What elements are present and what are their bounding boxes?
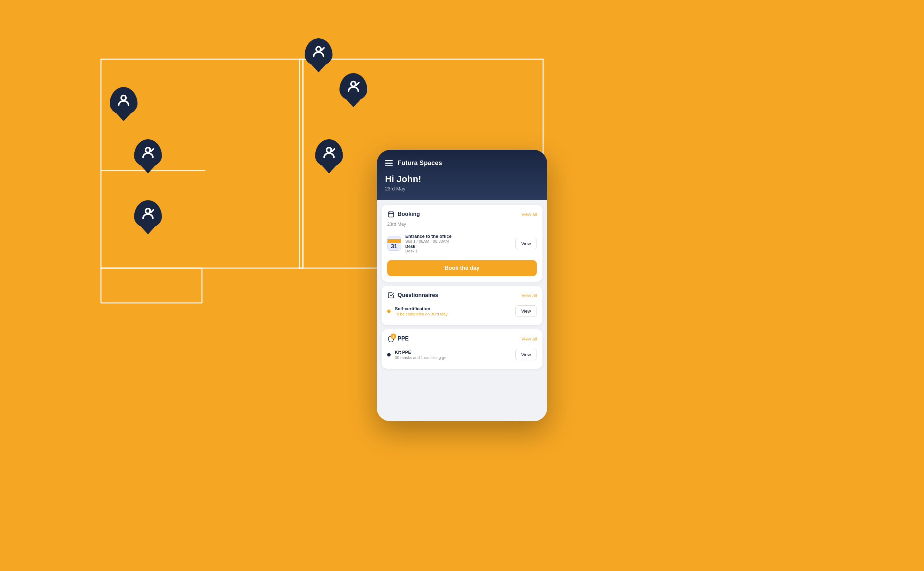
booking-title: Entrance to the office (405, 234, 511, 239)
booking-date: 23rd May (387, 221, 537, 227)
phone-body: Booking View all 23rd May 31 Entrance to… (377, 200, 547, 421)
phone-mockup: Futura Spaces Hi John! 23rd May (377, 150, 547, 421)
booking-card-header: Booking View all (387, 210, 537, 218)
current-date: 23rd May (385, 186, 539, 191)
ppe-view-button[interactable]: View (515, 349, 537, 360)
person-icon (311, 44, 326, 60)
person-icon (140, 145, 155, 161)
questionnaire-card-header: Questionnaires View all (387, 292, 537, 299)
booking-type: Desk (405, 244, 511, 249)
booking-title-row: Booking (387, 210, 420, 218)
questionnaire-card-title: Questionnaires (398, 292, 438, 298)
ppe-card: 2 PPE View all Kit PPE 30 masks and 1 sa… (382, 329, 542, 369)
ppe-item-title: Kit PPE (395, 350, 511, 355)
questionnaire-details: Self-certification To be completed on 30… (395, 306, 511, 316)
svg-rect-15 (389, 212, 394, 217)
ppe-item-subtitle: 30 masks and 1 sanitizing gel (395, 355, 511, 360)
calendar-badge: 31 (387, 236, 401, 251)
questionnaire-item: Self-certification To be completed on 30… (387, 302, 537, 319)
navigation-bar: Futura Spaces (385, 159, 539, 167)
ppe-title-row: 2 PPE (387, 335, 409, 343)
location-pin-6 (313, 139, 345, 174)
calendar-icon (387, 210, 395, 218)
questionnaire-view-all[interactable]: View all (521, 293, 537, 298)
questionnaire-item-subtitle: To be completed on 30rd May (395, 312, 511, 316)
location-pin-4 (303, 38, 334, 73)
phone-screen: Futura Spaces Hi John! 23rd May (377, 150, 547, 421)
ppe-badge: 2 (387, 335, 395, 342)
questionnaire-title-row: Questionnaires (387, 292, 438, 299)
booking-item: 31 Entrance to the office Slot 1 / 08AM … (387, 230, 537, 256)
greeting-text: Hi John! (385, 174, 539, 185)
svg-point-9 (121, 96, 126, 100)
booking-card-title: Booking (398, 211, 420, 217)
ppe-view-all[interactable]: View all (521, 336, 537, 341)
ppe-details: Kit PPE 30 masks and 1 sanitizing gel (395, 350, 511, 360)
booking-card: Booking View all 23rd May 31 Entrance to… (382, 205, 542, 282)
booking-view-all[interactable]: View all (521, 212, 537, 217)
location-pin-2 (132, 139, 164, 174)
ppe-card-header: 2 PPE View all (387, 335, 537, 343)
location-pin-3 (132, 200, 164, 235)
person-icon (140, 206, 155, 222)
person-icon (322, 145, 336, 161)
phone-header: Futura Spaces Hi John! 23rd May (377, 150, 547, 200)
booking-subtype: Desk 1 (405, 249, 511, 253)
booking-details: Entrance to the office Slot 1 / 08AM - 0… (405, 234, 511, 253)
booking-slot: Slot 1 / 08AM - 08:30AM (405, 239, 511, 243)
person-icon (116, 93, 131, 109)
book-day-button[interactable]: Book the day (387, 260, 537, 276)
questionnaire-dot (387, 310, 390, 313)
questionnaire-view-button[interactable]: View (515, 306, 537, 317)
calendar-day: 31 (391, 243, 397, 250)
questionnaire-item-title: Self-certification (395, 306, 511, 311)
ppe-dot (387, 353, 390, 356)
app-title: Futura Spaces (398, 159, 442, 167)
ppe-item: Kit PPE 30 masks and 1 sanitizing gel Vi… (387, 346, 537, 363)
person-icon (346, 79, 361, 95)
questionnaire-icon (387, 292, 395, 299)
ppe-badge-count: 2 (390, 333, 396, 339)
hamburger-menu[interactable] (385, 160, 393, 167)
ppe-card-title: PPE (398, 336, 409, 342)
questionnaire-card: Questionnaires View all Self-certificati… (382, 286, 542, 325)
location-pin-5 (338, 73, 369, 108)
booking-view-button[interactable]: View (515, 238, 537, 249)
ppe-icon: 2 (387, 335, 395, 343)
location-pin-1 (108, 87, 139, 122)
